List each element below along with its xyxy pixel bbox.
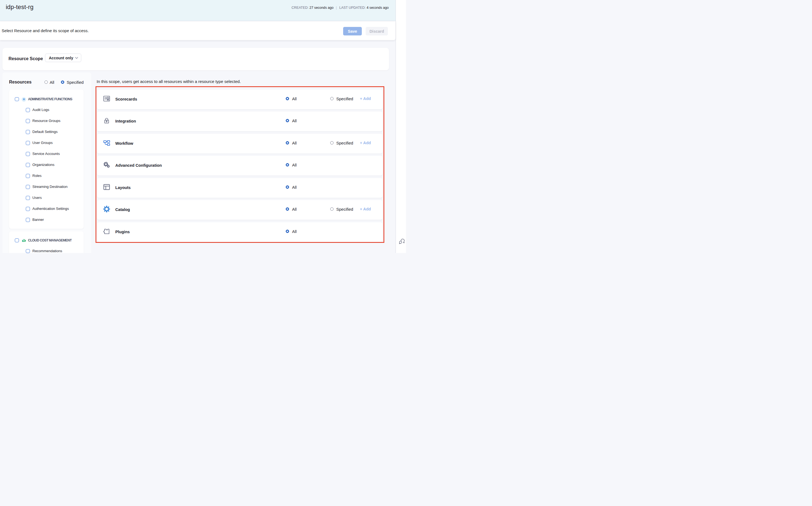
- svg-text:$: $: [23, 239, 24, 242]
